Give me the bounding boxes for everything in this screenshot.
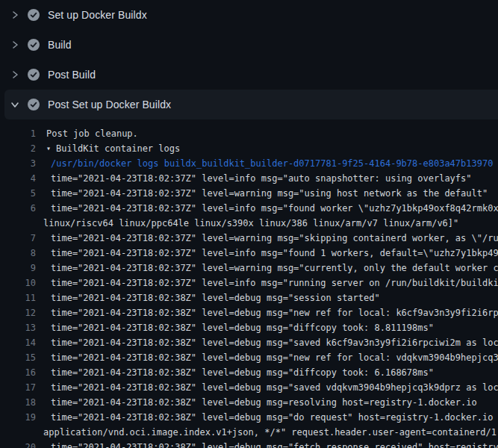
step-label: Build bbox=[48, 39, 72, 51]
log-text: application/vnd.oci.image.index.v1+json,… bbox=[36, 425, 498, 440]
log-text: time="2021-04-23T18:02:38Z" level=debug … bbox=[36, 305, 498, 320]
log-text: time="2021-04-23T18:02:37Z" level=info m… bbox=[36, 246, 498, 261]
log-text: time="2021-04-23T18:02:38Z" level=debug … bbox=[36, 380, 498, 395]
log-text: Post job cleanup. bbox=[36, 126, 138, 141]
line-number[interactable]: 20 bbox=[0, 440, 36, 448]
log-text: time="2021-04-23T18:02:38Z" level=debug … bbox=[36, 395, 477, 410]
line-number[interactable]: 6 bbox=[0, 201, 36, 216]
log-line: 3 /usr/bin/docker logs buildx_buildkit_b… bbox=[0, 156, 498, 171]
line-number[interactable] bbox=[0, 216, 36, 231]
line-number[interactable]: 3 bbox=[0, 156, 36, 171]
log-line: 12 time="2021-04-23T18:02:38Z" level=deb… bbox=[0, 305, 498, 320]
log-text: time="2021-04-23T18:02:37Z" level=warnin… bbox=[36, 261, 498, 276]
check-circle-icon bbox=[28, 9, 40, 21]
line-number[interactable]: 15 bbox=[0, 350, 36, 365]
step-row-build[interactable]: Build bbox=[0, 30, 498, 60]
line-number[interactable]: 13 bbox=[0, 320, 36, 335]
chevron-right-icon bbox=[10, 10, 19, 20]
log-line: 4 time="2021-04-23T18:02:37Z" level=info… bbox=[0, 171, 498, 186]
line-number[interactable]: 16 bbox=[0, 365, 36, 380]
log-text: time="2021-04-23T18:02:37Z" level=warnin… bbox=[36, 231, 498, 246]
log-text: time="2021-04-23T18:02:38Z" level=debug … bbox=[36, 350, 498, 365]
log-text: time="2021-04-23T18:02:38Z" level=debug … bbox=[36, 440, 498, 448]
log-line: 14 time="2021-04-23T18:02:38Z" level=deb… bbox=[0, 335, 498, 350]
line-number[interactable]: 10 bbox=[0, 276, 36, 290]
line-number[interactable]: 18 bbox=[0, 395, 36, 410]
log-line: 20 time="2021-04-23T18:02:38Z" level=deb… bbox=[0, 440, 498, 448]
line-number[interactable]: 17 bbox=[0, 380, 36, 395]
collapse-triangle-icon[interactable]: ▾ bbox=[46, 141, 51, 156]
line-number[interactable]: 8 bbox=[0, 246, 36, 261]
log-text: time="2021-04-23T18:02:38Z" level=debug … bbox=[36, 365, 434, 380]
log-line: 18 time="2021-04-23T18:02:38Z" level=deb… bbox=[0, 395, 498, 410]
log-line: application/vnd.oci.image.index.v1+json,… bbox=[0, 425, 498, 440]
step-row-post-build[interactable]: Post Build bbox=[0, 60, 498, 90]
line-number[interactable]: 11 bbox=[0, 290, 36, 305]
line-number[interactable]: 5 bbox=[0, 186, 36, 201]
chevron-right-icon bbox=[10, 40, 19, 50]
step-row-set-up-docker-buildx[interactable]: Set up Docker Buildx bbox=[0, 0, 498, 30]
step-label: Post Set up Docker Buildx bbox=[48, 99, 171, 111]
log-text: time="2021-04-23T18:02:37Z" level=info m… bbox=[36, 171, 472, 186]
line-number[interactable]: 19 bbox=[0, 410, 36, 425]
log-line: 11 time="2021-04-23T18:02:38Z" level=deb… bbox=[0, 290, 498, 305]
line-number[interactable]: 14 bbox=[0, 335, 36, 350]
log-line: 7 time="2021-04-23T18:02:37Z" level=warn… bbox=[0, 231, 498, 246]
log-text: linux/riscv64 linux/ppc64le linux/s390x … bbox=[36, 216, 458, 231]
line-number[interactable]: 12 bbox=[0, 305, 36, 320]
log-text: time="2021-04-23T18:02:38Z" level=debug … bbox=[36, 320, 434, 335]
log-text: /usr/bin/docker logs buildx_buildkit_bui… bbox=[36, 156, 493, 171]
chevron-right-icon bbox=[10, 70, 19, 80]
log-text: time="2021-04-23T18:02:38Z" level=debug … bbox=[36, 410, 498, 425]
log-line: 6 time="2021-04-23T18:02:37Z" level=info… bbox=[0, 201, 498, 216]
log-text: ▾BuildKit container logs bbox=[36, 141, 180, 156]
step-row-post-set-up-docker-buildx[interactable]: Post Set up Docker Buildx bbox=[4, 90, 498, 119]
log-line: 19 time="2021-04-23T18:02:38Z" level=deb… bbox=[0, 410, 498, 425]
log-text: time="2021-04-23T18:02:37Z" level=info m… bbox=[36, 276, 498, 290]
log-text: time="2021-04-23T18:02:37Z" level=warnin… bbox=[36, 186, 488, 201]
log-text: time="2021-04-23T18:02:38Z" level=debug … bbox=[36, 290, 380, 305]
step-label: Set up Docker Buildx bbox=[48, 9, 147, 21]
log-text: time="2021-04-23T18:02:37Z" level=info m… bbox=[36, 201, 498, 216]
line-number[interactable]: 2 bbox=[0, 141, 36, 156]
log-line: 15 time="2021-04-23T18:02:38Z" level=deb… bbox=[0, 350, 498, 365]
log-text: time="2021-04-23T18:02:38Z" level=debug … bbox=[36, 335, 498, 350]
log-line: 1 Post job cleanup. bbox=[0, 126, 498, 141]
log-line: 17 time="2021-04-23T18:02:38Z" level=deb… bbox=[0, 380, 498, 395]
log-line: linux/riscv64 linux/ppc64le linux/s390x … bbox=[0, 216, 498, 231]
line-number[interactable]: 4 bbox=[0, 171, 36, 186]
check-circle-icon bbox=[28, 39, 40, 51]
check-circle-icon bbox=[28, 99, 40, 111]
log-line: 8 time="2021-04-23T18:02:37Z" level=info… bbox=[0, 246, 498, 261]
log-line: 13 time="2021-04-23T18:02:38Z" level=deb… bbox=[0, 320, 498, 335]
log-line: 9 time="2021-04-23T18:02:37Z" level=warn… bbox=[0, 261, 498, 276]
log-container[interactable]: 1 Post job cleanup. 2 ▾BuildKit containe… bbox=[0, 119, 498, 448]
log-line: 5 time="2021-04-23T18:02:37Z" level=warn… bbox=[0, 186, 498, 201]
check-circle-icon bbox=[28, 69, 40, 81]
log-line: 10 time="2021-04-23T18:02:37Z" level=inf… bbox=[0, 276, 498, 290]
step-list: Set up Docker Buildx Build Post Build Po… bbox=[0, 0, 498, 119]
chevron-down-icon bbox=[10, 100, 19, 110]
log-line: 16 time="2021-04-23T18:02:38Z" level=deb… bbox=[0, 365, 498, 380]
log-line: 2 ▾BuildKit container logs bbox=[0, 141, 498, 156]
line-number[interactable]: 7 bbox=[0, 231, 36, 246]
line-number[interactable] bbox=[0, 425, 36, 440]
step-label: Post Build bbox=[48, 69, 96, 81]
line-number[interactable]: 9 bbox=[0, 261, 36, 276]
line-number[interactable]: 1 bbox=[0, 126, 36, 141]
